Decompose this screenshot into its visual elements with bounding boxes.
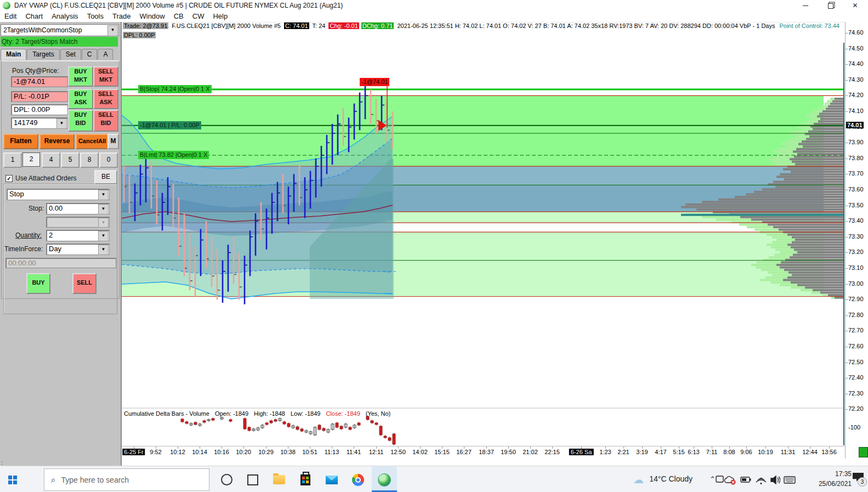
- stop-order-label[interactable]: B|Stop| 74.24 |Open|0 1 X: [138, 85, 212, 93]
- limit-order-label[interactable]: B|Lmt| 73.82 |Open|0 1 X: [138, 151, 209, 159]
- chrome-icon[interactable]: [345, 466, 371, 492]
- price-tick: [846, 252, 848, 253]
- price-axis-label: 73.00: [848, 280, 864, 287]
- tab-c[interactable]: C: [82, 49, 98, 60]
- chevron-down-icon[interactable]: ▼: [56, 118, 67, 129]
- time-axis[interactable]: 6-25 Fr9:5210:1210:1410:1610:2010:2910:3…: [122, 446, 844, 459]
- account-dropdown[interactable]: 141749 ▼: [11, 117, 68, 129]
- account-value: 141749: [14, 118, 37, 127]
- chevron-down-icon[interactable]: ▼: [98, 245, 109, 255]
- notification-center[interactable]: 3: [850, 472, 867, 487]
- menu-item-cw[interactable]: CW: [188, 11, 209, 21]
- price-tick: [846, 237, 848, 237]
- time-tick: [661, 446, 661, 449]
- tif-dropdown[interactable]: Day ▼: [46, 244, 110, 255]
- menu-item-chart[interactable]: Chart: [21, 11, 47, 21]
- time-tick: [729, 446, 730, 449]
- close-button[interactable]: ✕: [843, 0, 867, 11]
- cancel-all-button[interactable]: CancelAll: [76, 134, 109, 149]
- time-axis-label: 7:11: [706, 449, 718, 455]
- time-axis-label: 5:15: [673, 449, 684, 455]
- sell-mkt-button[interactable]: SELL MKT: [93, 66, 118, 87]
- tray-icons[interactable]: [714, 473, 797, 487]
- time-tick: [332, 446, 332, 449]
- price-axis-label: 72.30: [848, 390, 864, 397]
- weather-widget[interactable]: ☁ 14°C Cloudy: [629, 466, 693, 492]
- time-axis-label: 9:06: [740, 449, 752, 455]
- time-tick: [310, 446, 310, 449]
- menu-item-edit[interactable]: Edit: [0, 11, 21, 21]
- sell-ask-button[interactable]: SELL ASK: [93, 89, 118, 109]
- menu-item-tools[interactable]: Tools: [83, 11, 108, 21]
- system-tray: [714, 466, 797, 492]
- menu-item-analysis[interactable]: Analysis: [47, 11, 82, 21]
- qty-preset-4[interactable]: 4: [42, 152, 60, 168]
- qty-preset-8[interactable]: 8: [80, 152, 99, 168]
- tif-label: TimeInForce:: [4, 245, 43, 253]
- cortana-icon[interactable]: [214, 466, 239, 492]
- use-attached-label: Use Attached Orders: [15, 174, 76, 182]
- price-tick: [846, 174, 848, 174]
- menu-item-help[interactable]: Help: [208, 11, 232, 21]
- menu-item-cb[interactable]: CB: [169, 11, 188, 21]
- qty-preset-5[interactable]: 5: [61, 152, 80, 168]
- buy-bid-button[interactable]: BUY BID: [68, 110, 93, 132]
- chevron-down-icon[interactable]: ▼: [98, 190, 109, 200]
- order-type-dropdown[interactable]: Stop ▼: [7, 189, 110, 200]
- chevron-down-icon[interactable]: ▼: [98, 231, 109, 241]
- tab-targets[interactable]: Targets: [27, 49, 59, 60]
- menu-item-window[interactable]: Window: [135, 11, 169, 21]
- be-button[interactable]: BE: [94, 170, 117, 184]
- position-label[interactable]: -1@74.01 | P/L: 0.00P: [138, 121, 201, 129]
- sell-bid-button[interactable]: SELL BID: [93, 110, 118, 132]
- time-tick: [354, 446, 354, 449]
- chart-tab-indicator[interactable]: [859, 447, 868, 457]
- chevron-down-icon[interactable]: ▼: [107, 25, 118, 36]
- task-view-icon[interactable]: [240, 466, 265, 492]
- price-tick: [846, 143, 848, 143]
- use-attached-checkbox[interactable]: ✓: [5, 175, 13, 182]
- tab-a[interactable]: A: [98, 49, 113, 60]
- main-chart[interactable]: [122, 43, 844, 445]
- qty-preset-0[interactable]: 0: [99, 152, 118, 168]
- delta-header-segment: High: -1848: [254, 410, 285, 417]
- time-tick: [134, 446, 134, 449]
- buy-button[interactable]: BUY: [26, 273, 50, 294]
- order-preset-dropdown[interactable]: 2TargetsWithCommonStop ▼: [1, 24, 119, 36]
- cloud-icon: ☁: [633, 473, 644, 486]
- restore-button[interactable]: [818, 0, 843, 11]
- tab-set[interactable]: Set: [60, 49, 81, 60]
- info-segment: Trade: 2@73.91: [123, 22, 168, 29]
- start-button[interactable]: [0, 466, 25, 492]
- qty-preset-2[interactable]: 2: [22, 152, 40, 167]
- flatten-button[interactable]: Flatten: [3, 134, 38, 149]
- m-button[interactable]: M: [107, 134, 119, 149]
- price-axis[interactable]: 74.6074.5074.4074.3074.2074.1074.0073.90…: [845, 22, 868, 459]
- time-axis-label: 15:15: [434, 449, 450, 455]
- minimize-button[interactable]: [793, 0, 818, 11]
- store-icon[interactable]: [293, 466, 318, 492]
- price-tick: [846, 315, 848, 316]
- buy-ask-button[interactable]: BUY ASK: [68, 89, 93, 109]
- tab-main[interactable]: Main: [1, 49, 26, 60]
- window-title: DAY VWAP (CL) F.US.CLEQ21 [CBV][M] 2000 …: [14, 2, 343, 9]
- info-segment: T: 24: [311, 22, 327, 29]
- time-tick: [486, 446, 487, 449]
- file-explorer-icon[interactable]: [266, 466, 292, 492]
- taskbar-search-input[interactable]: ⌕Type here to search: [44, 468, 209, 491]
- sierra-chart-icon[interactable]: [372, 466, 397, 492]
- buy-mkt-button[interactable]: BUY MKT: [68, 66, 93, 87]
- qty-preset-1[interactable]: 1: [3, 152, 22, 168]
- time-axis-date-chip: 6-25 Fr: [122, 449, 145, 455]
- menu-item-trade[interactable]: Trade: [108, 11, 135, 21]
- taskbar-clock[interactable]: 17:35 25/06/2021: [819, 469, 852, 489]
- time-tick: [200, 446, 200, 449]
- time-axis-label: 10:16: [214, 449, 229, 455]
- mail-icon[interactable]: [319, 466, 344, 492]
- menu-bar: EditChartAnalysisToolsTradeWindowCBCWHel…: [0, 11, 868, 22]
- reverse-button[interactable]: Reverse: [39, 134, 75, 149]
- chevron-down-icon[interactable]: ▼: [98, 204, 109, 214]
- sell-button[interactable]: SELL: [72, 273, 97, 294]
- quantity-input[interactable]: 2 ▼: [46, 230, 110, 241]
- stop-offset-input[interactable]: 0.00 ▼: [46, 203, 110, 214]
